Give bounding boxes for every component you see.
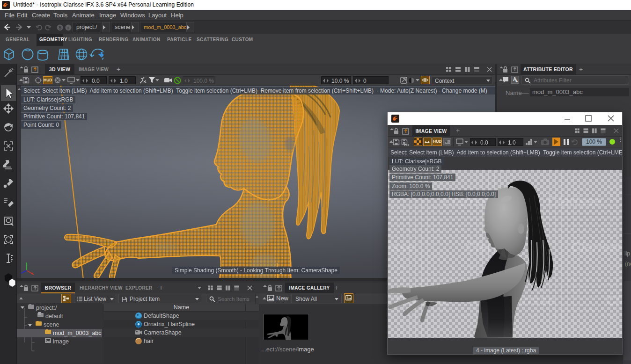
svg-text:i: i	[67, 25, 69, 30]
svg-text:PLE: PLE	[404, 144, 409, 146]
svg-text:S: S	[59, 25, 62, 30]
